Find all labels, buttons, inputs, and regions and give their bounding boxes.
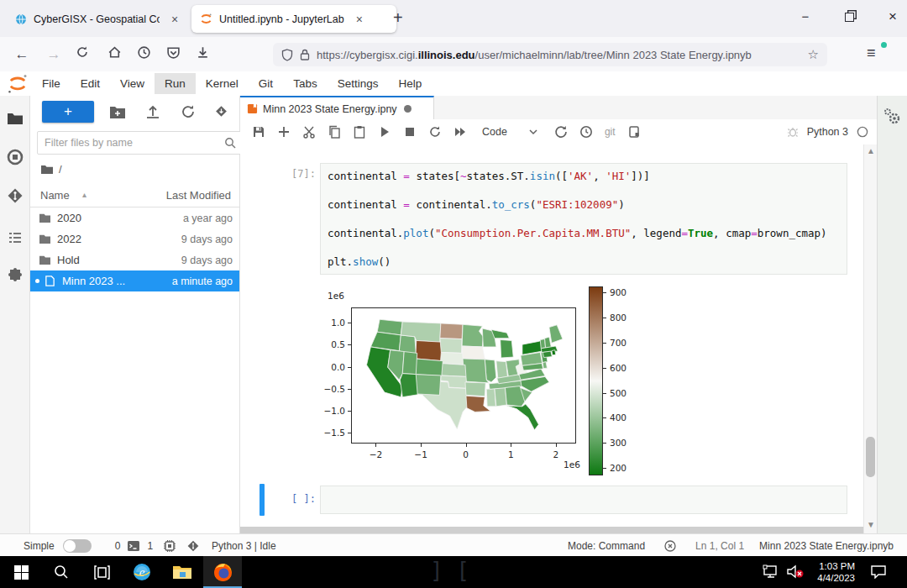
bookmark-star-icon[interactable]: ☆ xyxy=(808,47,819,62)
tick-mark xyxy=(603,417,606,418)
menu-hamburger-icon[interactable]: ≡ xyxy=(867,45,876,62)
kernel-chip-icon[interactable] xyxy=(163,539,176,553)
back-icon[interactable]: ← xyxy=(12,45,32,64)
kernel-status-text[interactable]: Python 3 | Idle xyxy=(212,540,276,552)
extension-manager-icon[interactable] xyxy=(6,267,24,286)
svg-text:e: e xyxy=(139,565,145,579)
cursor-position[interactable]: Ln 1, Col 1 xyxy=(695,540,744,552)
save-icon[interactable] xyxy=(252,125,265,139)
empty-cell-editor[interactable] xyxy=(320,486,847,514)
menu-settings[interactable]: Settings xyxy=(328,73,389,94)
kernel-status-icon[interactable] xyxy=(857,126,868,138)
file-list-header[interactable]: Name ▴ Last Modified xyxy=(30,186,239,207)
window-close-button[interactable]: × xyxy=(879,7,906,29)
file-filter-box[interactable] xyxy=(37,131,242,155)
file-filter-input[interactable] xyxy=(43,136,224,150)
tab-close-icon[interactable]: × xyxy=(171,13,178,26)
new-folder-icon[interactable] xyxy=(109,104,126,119)
kernel-name[interactable]: Python 3 xyxy=(807,126,848,138)
reload-icon[interactable] xyxy=(76,45,96,64)
menu-kernel[interactable]: Kernel xyxy=(196,73,249,94)
clock-tray[interactable]: 1:03 PM 4/4/2023 xyxy=(808,560,855,584)
taskbar-search-icon[interactable] xyxy=(42,556,81,588)
scrollbar-thumb[interactable] xyxy=(866,437,875,477)
notebook-scrollbar[interactable]: ▲ ▼ xyxy=(863,144,878,533)
restart-kernel-icon[interactable] xyxy=(428,125,442,139)
notebook-tab[interactable]: Minn 2023 State Energy.ipny xyxy=(240,96,434,120)
column-name[interactable]: Name xyxy=(40,189,70,202)
browser-tab-jupyterlab[interactable]: Untitled.ipynb - JupyterLab × xyxy=(191,5,396,33)
file-row-2020[interactable]: 2020a year ago xyxy=(30,207,239,228)
run-all-icon[interactable] xyxy=(454,125,467,139)
scroll-up-icon[interactable]: ▲ xyxy=(867,147,875,155)
cell-type-dropdown[interactable]: Code xyxy=(482,126,537,138)
dock-tab-bar: Minn 2023 State Energy.ipny xyxy=(240,96,877,120)
kernels-count[interactable]: 1 xyxy=(147,540,153,552)
property-inspector-gears-icon[interactable] xyxy=(883,108,902,126)
menu-tabs[interactable]: Tabs xyxy=(283,73,328,94)
table-of-contents-icon[interactable] xyxy=(6,228,24,247)
bug-icon[interactable] xyxy=(787,126,799,138)
tick-mark xyxy=(603,443,606,444)
browser-tab-cybergisx[interactable]: CyberGISX - Geospatial Commu × xyxy=(7,5,198,33)
home-icon[interactable] xyxy=(107,45,128,64)
window-minimize-button[interactable]: − xyxy=(792,7,819,29)
file-explorer-icon[interactable] xyxy=(163,556,202,588)
file-row-2022[interactable]: 20229 days ago xyxy=(30,228,239,249)
network-tray-icon[interactable] xyxy=(763,564,779,579)
cut-icon[interactable] xyxy=(302,125,316,139)
paste-icon[interactable] xyxy=(353,125,366,139)
file-row-hold[interactable]: Hold9 days ago xyxy=(30,249,239,270)
pocket-icon[interactable] xyxy=(166,45,186,64)
state-CT xyxy=(543,351,552,357)
tick-mark xyxy=(603,292,606,293)
git-clone-icon[interactable] xyxy=(213,104,230,119)
unsaved-dot-icon[interactable] xyxy=(404,105,412,113)
action-center-icon[interactable] xyxy=(870,564,887,579)
stop-icon[interactable] xyxy=(403,125,417,139)
column-last-modified[interactable]: Last Modified xyxy=(166,189,231,202)
git-icon[interactable] xyxy=(6,186,24,205)
file-row-minn-2023-[interactable]: Minn 2023 ...a minute ago xyxy=(30,270,239,291)
tick-mark xyxy=(348,323,351,323)
internet-explorer-icon[interactable]: e xyxy=(123,556,161,588)
notebook-diff-icon[interactable] xyxy=(627,125,641,139)
volume-muted-icon[interactable] xyxy=(786,564,805,579)
copy-icon[interactable] xyxy=(328,125,341,139)
start-button[interactable] xyxy=(2,556,40,588)
task-view-icon[interactable] xyxy=(82,556,121,588)
menu-git[interactable]: Git xyxy=(249,73,283,94)
running-sessions-icon[interactable] xyxy=(6,148,24,166)
firefox-icon[interactable] xyxy=(203,556,242,588)
downloads-icon[interactable] xyxy=(196,45,216,64)
code-cell-editor[interactable]: continental = states[~states.ST.isin(['A… xyxy=(320,163,847,275)
url-bar[interactable]: https://cybergisx.cigi.illinois.edu/user… xyxy=(273,43,827,66)
new-launcher-button[interactable]: + xyxy=(42,101,94,123)
new-tab-button[interactable]: + xyxy=(393,8,403,28)
horizontal-scrollbar[interactable] xyxy=(240,527,863,533)
menu-edit[interactable]: Edit xyxy=(71,73,110,94)
upload-icon[interactable] xyxy=(144,104,161,119)
colorbar xyxy=(589,286,603,475)
sync-icon[interactable] xyxy=(554,125,568,139)
git-status-icon[interactable] xyxy=(186,539,200,553)
file-browser-icon[interactable] xyxy=(6,109,24,128)
refresh-icon[interactable] xyxy=(180,104,197,119)
simple-mode-toggle[interactable] xyxy=(63,539,92,553)
add-cell-icon[interactable] xyxy=(277,125,291,139)
breadcrumb[interactable]: / xyxy=(40,163,62,176)
history-icon[interactable] xyxy=(137,45,157,64)
window-restore-button[interactable] xyxy=(836,7,862,29)
mode-indicator[interactable]: Mode: Command xyxy=(568,540,645,552)
run-icon[interactable] xyxy=(378,125,391,139)
menu-view[interactable]: View xyxy=(110,73,155,94)
scroll-down-icon[interactable]: ▼ xyxy=(867,521,875,529)
forward-icon[interactable]: → xyxy=(44,45,64,64)
menu-run[interactable]: Run xyxy=(155,73,196,94)
tab-close-icon[interactable]: × xyxy=(356,13,363,26)
menu-help[interactable]: Help xyxy=(388,73,432,94)
menu-file[interactable]: File xyxy=(32,73,71,94)
clock-icon[interactable] xyxy=(579,125,593,139)
terminals-count[interactable]: 0 xyxy=(115,540,121,552)
search-icon xyxy=(224,137,236,149)
